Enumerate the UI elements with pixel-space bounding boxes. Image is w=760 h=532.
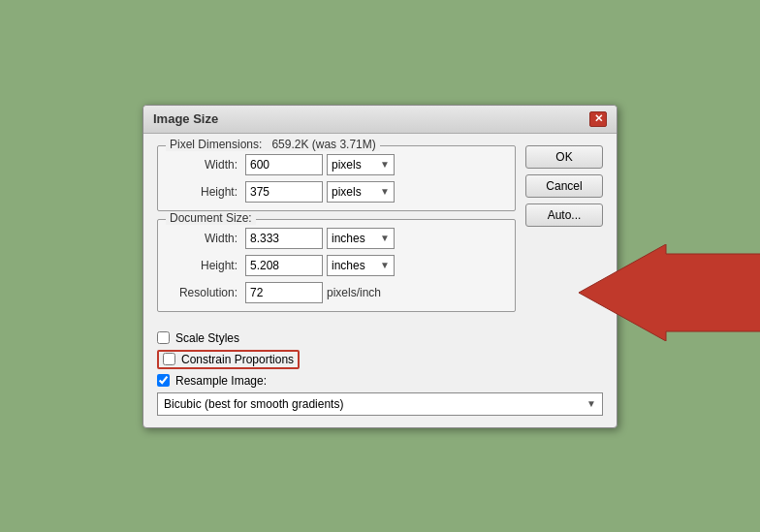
pixel-dimensions-section: Pixel Dimensions: 659.2K (was 3.71M) Wid… [157,145,516,211]
chevron-down-icon: ▼ [380,159,390,170]
resample-image-checkbox[interactable] [157,374,170,387]
pixel-height-unit: pixels ▼ [327,181,395,203]
doc-width-input[interactable] [245,228,323,249]
chevron-down-icon: ▼ [380,186,390,197]
resolution-input[interactable] [245,282,323,303]
close-button[interactable]: ✕ [589,111,607,127]
pixel-width-unit: pixels ▼ [327,154,395,175]
pixel-width-input[interactable]: 600 [245,154,323,175]
document-size-title: Document Size: [166,211,256,225]
doc-height-select[interactable]: inches ▼ [327,255,395,276]
image-size-dialog: Image Size ✕ Pixel Dimensions: 659.2K (w… [142,105,618,428]
resample-value: Bicubic (best for smooth gradients) [164,397,343,411]
doc-height-row: Height: inches ▼ [168,255,505,276]
ok-button[interactable]: OK [525,145,603,169]
pixel-width-select[interactable]: pixels ▼ [327,154,395,175]
document-size-section: Document Size: Width: inches ▼ [157,219,516,312]
constrain-proportions-label: Constrain Proportions [181,353,294,366]
cancel-button[interactable]: Cancel [525,174,603,198]
dialog-wrapper: Image Size ✕ Pixel Dimensions: 659.2K (w… [142,105,618,428]
pixel-height-select[interactable]: pixels ▼ [327,181,395,203]
scale-styles-row: Scale Styles [157,331,603,345]
doc-width-unit: inches ▼ [327,228,395,249]
scale-styles-checkbox[interactable] [157,331,170,344]
chevron-down-icon: ▼ [586,398,596,409]
pixel-height-input[interactable]: 375 [245,181,323,203]
doc-height-label: Height: [168,259,245,272]
resample-image-label: Resample Image: [175,374,267,388]
pixel-width-row: Width: 600 pixels ▼ [168,154,505,175]
pixel-height-row: Height: 375 pixels ▼ [168,181,505,203]
height-label: Height: [168,185,245,199]
chevron-down-icon: ▼ [380,233,390,243]
constrain-proportions-row: Constrain Proportions [157,350,603,369]
constrain-proportions-checkbox[interactable] [163,353,175,365]
scale-styles-label: Scale Styles [175,331,239,345]
title-bar: Image Size ✕ [143,106,617,134]
doc-width-select[interactable]: inches ▼ [327,228,395,249]
resolution-label: Resolution: [168,286,245,299]
doc-width-row: Width: inches ▼ [168,228,505,249]
left-panel: Pixel Dimensions: 659.2K (was 3.71M) Wid… [157,145,516,320]
right-panel: OK Cancel Auto... [525,145,603,320]
resolution-unit: pixels/inch [327,286,381,299]
doc-height-input[interactable] [245,255,323,276]
doc-height-unit: inches ▼ [327,255,395,276]
resample-image-row: Resample Image: [157,374,603,388]
resample-select[interactable]: Bicubic (best for smooth gradients) ▼ [157,392,603,416]
constrain-highlight: Constrain Proportions [157,350,300,369]
pixel-dimensions-value: 659.2K (was 3.71M) [271,138,375,151]
auto-button[interactable]: Auto... [525,203,603,227]
resolution-row: Resolution: pixels/inch [168,282,505,303]
chevron-down-icon: ▼ [380,260,390,270]
dialog-body: Pixel Dimensions: 659.2K (was 3.71M) Wid… [143,134,617,331]
width-label: Width: [168,158,245,172]
doc-width-label: Width: [168,232,245,245]
dialog-title: Image Size [153,111,218,126]
pixel-dimensions-title: Pixel Dimensions: 659.2K (was 3.71M) [166,138,380,151]
bottom-section: Scale Styles Constrain Proportions Resam… [143,331,617,427]
